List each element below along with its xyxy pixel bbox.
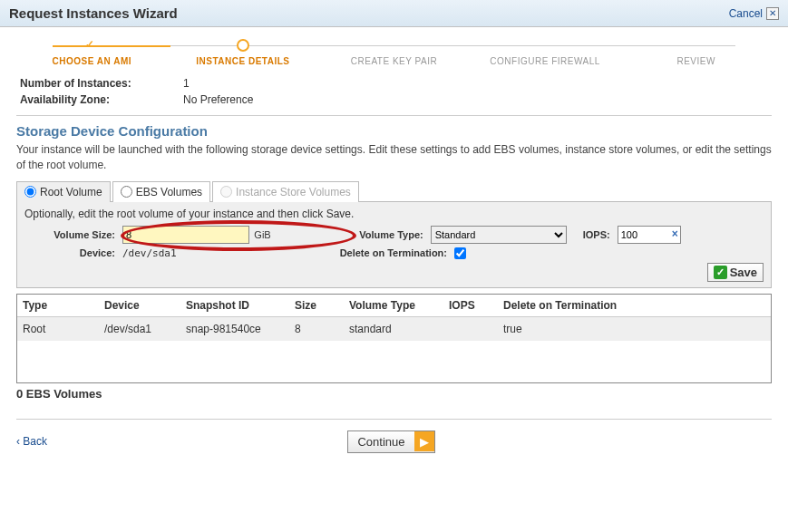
arrow-right-icon: ▶	[414, 431, 434, 451]
step-review: REVIEW	[620, 36, 772, 66]
tab-ebs-radio[interactable]	[121, 186, 132, 198]
cell-iops	[443, 317, 498, 341]
section-desc: Your instance will be launched with the …	[16, 142, 772, 173]
table-row[interactable]: Root /dev/sda1 snap-981540ce 8 standard …	[17, 317, 771, 341]
instance-info: Number of Instances: 1 Availability Zone…	[20, 77, 768, 106]
volume-size-unit: GiB	[254, 229, 270, 240]
volume-type-label: Volume Type:	[315, 229, 423, 240]
step-configure-firewall: CONFIGURE FIREWALL	[470, 36, 621, 66]
cell-type: Root	[17, 317, 99, 341]
cell-size: 8	[289, 317, 344, 341]
step-instance-details[interactable]: INSTANCE DETAILS	[168, 36, 319, 66]
device-value: /dev/sda1	[122, 247, 268, 259]
close-icon[interactable]: ✕	[766, 7, 779, 20]
step-choose-ami[interactable]: CHOOSE AN AMI	[16, 36, 168, 66]
tab-ebs-volumes[interactable]: EBS Volumes	[112, 181, 210, 202]
th-device: Device	[99, 295, 180, 317]
divider	[16, 115, 772, 116]
device-label: Device:	[24, 247, 115, 258]
panel-hint: Optionally, edit the root volume of your…	[24, 208, 764, 220]
delete-on-termination-checkbox[interactable]	[454, 247, 466, 259]
cell-device: /dev/sda1	[99, 317, 180, 341]
step-create-key-pair: CREATE KEY PAIR	[318, 36, 470, 66]
cell-snapshot: snap-981540ce	[180, 317, 289, 341]
back-link[interactable]: ‹ Back	[16, 435, 47, 448]
volume-size-input[interactable]	[122, 226, 249, 244]
storage-tabs: Root Volume EBS Volumes Instance Store V…	[16, 180, 772, 202]
th-voltype: Volume Type	[344, 295, 443, 317]
th-type: Type	[17, 295, 99, 317]
th-iops: IOPS	[443, 295, 498, 317]
check-icon	[88, 42, 95, 49]
table-scroll-area[interactable]: Root /dev/sda1 snap-981540ce 8 standard …	[17, 317, 771, 382]
num-instances-value: 1	[183, 77, 190, 90]
iops-clear-icon[interactable]: ×	[672, 227, 678, 240]
step-indicator: CHOOSE AN AMI INSTANCE DETAILS CREATE KE…	[16, 36, 772, 66]
volumes-table: Type Device Snapshot ID Size Volume Type…	[16, 294, 772, 383]
iops-label: IOPS:	[583, 229, 610, 240]
volume-size-wrap: GiB	[122, 226, 271, 244]
cell-dot: true	[498, 317, 771, 341]
continue-button[interactable]: Continue ▶	[347, 430, 434, 453]
table-header-row: Type Device Snapshot ID Size Volume Type…	[17, 295, 771, 317]
cancel-group: Cancel ✕	[729, 7, 779, 20]
wizard-header: Request Instances Wizard Cancel ✕	[0, 0, 788, 27]
th-snapshot: Snapshot ID	[180, 295, 289, 317]
tab-root-radio[interactable]	[24, 186, 36, 198]
tab-instance-store-radio	[220, 186, 232, 198]
cancel-link[interactable]: Cancel	[729, 7, 763, 20]
tab-root-volume[interactable]: Root Volume	[16, 181, 111, 202]
th-dot: Delete on Termination	[498, 295, 771, 317]
th-size: Size	[289, 295, 344, 317]
volume-size-label: Volume Size:	[24, 229, 115, 240]
volume-type-select[interactable]: Standard	[431, 226, 567, 244]
wizard-title: Request Instances Wizard	[9, 5, 178, 21]
availability-zone-value: No Preference	[183, 93, 253, 106]
tab-instance-store: Instance Store Volumes	[212, 181, 359, 202]
save-button[interactable]: ✓ Save	[707, 263, 764, 282]
check-icon: ✓	[714, 266, 727, 279]
footer: ‹ Back Continue ▶	[16, 430, 772, 453]
section-title: Storage Device Configuration	[16, 123, 772, 139]
footer-divider	[16, 419, 772, 420]
num-instances-label: Number of Instances:	[20, 77, 183, 90]
root-volume-panel: Optionally, edit the root volume of your…	[16, 202, 772, 288]
active-dot-icon	[237, 39, 249, 52]
availability-zone-label: Availability Zone:	[20, 93, 183, 106]
delete-on-termination-label: Delete on Termination:	[275, 247, 447, 258]
ebs-volumes-count: 0 EBS Volumes	[16, 387, 772, 401]
cell-voltype: standard	[344, 317, 443, 341]
